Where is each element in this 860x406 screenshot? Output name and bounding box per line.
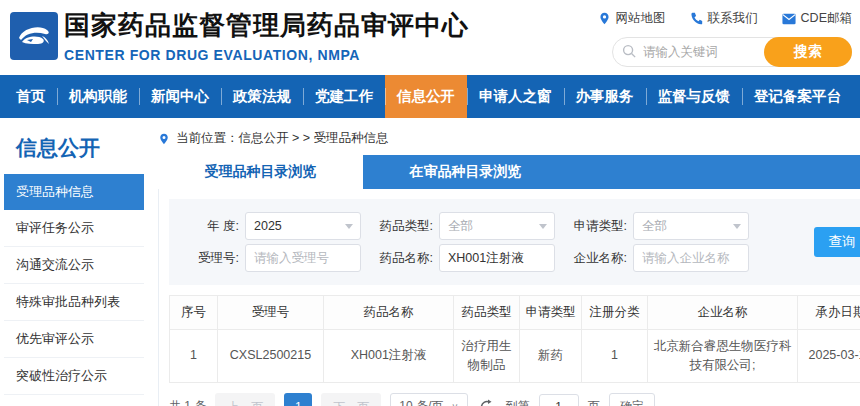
- sidebar-item-accepted-products[interactable]: 受理品种信息: [4, 174, 144, 210]
- location-pin-icon: [598, 12, 611, 25]
- sidebar-item-special-approval[interactable]: 特殊审批品种列表: [4, 284, 144, 321]
- goto-label: 到第: [506, 398, 530, 406]
- refresh-button[interactable]: [479, 399, 495, 406]
- col-header-accept-no: 受理号: [218, 296, 324, 330]
- main-area: 信息公开 受理品种信息 审评任务公示 沟通交流公示 特殊审批品种列表 优先审评公…: [0, 118, 860, 406]
- sidebar-item-breakthrough-therapy[interactable]: 突破性治疗公示: [4, 358, 144, 395]
- swallow-logo-icon: [14, 16, 54, 56]
- mail-icon: [782, 13, 796, 25]
- nav-item-supervision[interactable]: 监督与反馈: [646, 75, 743, 118]
- apply-type-label: 申请类型:: [567, 218, 627, 235]
- sidebar-item-review-tasks[interactable]: 审评任务公示: [4, 210, 144, 247]
- col-header-apply-type: 申请类型: [520, 296, 582, 330]
- cell-reg-class: 1: [582, 330, 648, 383]
- company-input[interactable]: [633, 244, 749, 272]
- search-icon: [622, 44, 637, 59]
- company-label: 企业名称:: [567, 250, 627, 267]
- goto-page-input[interactable]: [539, 394, 579, 406]
- site-search: 搜索: [612, 37, 852, 67]
- cell-accept-no: CXSL2500215: [218, 330, 324, 383]
- chevron-down-icon: [345, 224, 353, 229]
- drug-name-label: 药品名称:: [373, 250, 433, 267]
- sidebar: 信息公开 受理品种信息 审评任务公示 沟通交流公示 特殊审批品种列表 优先审评公…: [4, 128, 144, 406]
- pagination: 共 1 条 上一页 1 下一页 10 条/页 ∨ 到第 页 确定: [169, 393, 860, 406]
- main-nav: 首页 机构职能 新闻中心 政策法规 党建工作 信息公开 申请人之窗 办事服务 监…: [0, 75, 860, 118]
- cell-apply-type: 新药: [520, 330, 582, 383]
- filter-panel: 年 度: 2025 药品类型: 全部 申请类: [169, 199, 860, 285]
- site-title-en: CENTER FOR DRUG EVALUATION, NMPA: [64, 47, 469, 63]
- sitemap-link[interactable]: 网站地图: [598, 10, 666, 27]
- results-table: 序号 受理号 药品名称 药品类型 申请类型 注册分类 企业名称 承办日期 1 C…: [169, 295, 860, 383]
- total-count: 共 1 条: [169, 398, 206, 406]
- cell-seq: 1: [170, 330, 218, 383]
- col-header-drug-name: 药品名称: [324, 296, 454, 330]
- col-header-seq: 序号: [170, 296, 218, 330]
- table-header-row: 序号 受理号 药品名称 药品类型 申请类型 注册分类 企业名称 承办日期: [170, 296, 860, 330]
- tab-accepted-catalog[interactable]: 受理品种目录浏览: [158, 155, 363, 189]
- cell-company: 北京新合睿恩生物医疗科技有限公司;: [648, 330, 798, 383]
- cell-drug-name: XH001注射液: [324, 330, 454, 383]
- drug-type-label: 药品类型:: [373, 218, 433, 235]
- cell-date: 2025-03-10: [798, 330, 860, 383]
- nav-item-functions[interactable]: 机构职能: [57, 75, 139, 118]
- col-header-date: 承办日期: [798, 296, 860, 330]
- chevron-down-icon: [539, 224, 547, 229]
- nav-item-registration-platform[interactable]: 登记备案平台: [742, 75, 853, 118]
- nav-item-party[interactable]: 党建工作: [303, 75, 385, 118]
- breadcrumb: 当前位置：信息公开 > > 受理品种信息: [158, 130, 860, 147]
- search-button[interactable]: 搜索: [764, 37, 852, 67]
- tab-bar: 受理品种目录浏览 在审品种目录浏览: [158, 155, 860, 189]
- location-pin-icon: [158, 133, 170, 145]
- nav-item-home[interactable]: 首页: [4, 75, 57, 118]
- year-select[interactable]: 2025: [245, 212, 361, 240]
- site-title-cn: 国家药品监督管理局药品审评中心: [64, 8, 469, 43]
- refresh-icon: [479, 399, 495, 406]
- page-size-select[interactable]: 10 条/页 ∨: [390, 393, 467, 406]
- sidebar-item-priority-review[interactable]: 优先审评公示: [4, 321, 144, 358]
- nav-item-policy[interactable]: 政策法规: [221, 75, 303, 118]
- accept-no-input[interactable]: [245, 244, 361, 272]
- page-unit-label: 页: [588, 398, 600, 406]
- col-header-company: 企业名称: [648, 296, 798, 330]
- cell-drug-type: 治疗用生物制品: [454, 330, 520, 383]
- accept-no-label: 受理号:: [179, 250, 239, 267]
- apply-type-select[interactable]: 全部: [633, 212, 749, 240]
- chevron-down-icon: ∨: [451, 401, 458, 406]
- contact-us-link[interactable]: 联系我们: [690, 10, 758, 27]
- nav-item-info-disclosure[interactable]: 信息公开: [385, 75, 467, 118]
- nav-item-news[interactable]: 新闻中心: [139, 75, 221, 118]
- breadcrumb-text: 当前位置：信息公开 > > 受理品种信息: [176, 130, 389, 147]
- sidebar-item-communication[interactable]: 沟通交流公示: [4, 247, 144, 284]
- col-header-drug-type: 药品类型: [454, 296, 520, 330]
- header-utility-links: 网站地图 联系我们 CDE邮箱: [592, 10, 852, 27]
- prev-page-button[interactable]: 上一页: [215, 393, 275, 406]
- year-label: 年 度:: [179, 218, 239, 235]
- nav-item-services[interactable]: 办事服务: [564, 75, 646, 118]
- drug-name-input[interactable]: [439, 244, 555, 272]
- nav-item-applicant-window[interactable]: 申请人之窗: [467, 75, 564, 118]
- table-row[interactable]: 1 CXSL2500215 XH001注射液 治疗用生物制品 新药 1 北京新合…: [170, 330, 860, 383]
- phone-icon: [690, 12, 703, 25]
- chevron-down-icon: [733, 224, 741, 229]
- content-card: 年 度: 2025 药品类型: 全部 申请类: [158, 189, 860, 406]
- next-page-button[interactable]: 下一页: [321, 393, 381, 406]
- tab-under-review-catalog[interactable]: 在审品种目录浏览: [363, 155, 568, 189]
- drug-type-select[interactable]: 全部: [439, 212, 555, 240]
- goto-confirm-button[interactable]: 确定: [609, 393, 655, 406]
- cde-mail-link[interactable]: CDE邮箱: [782, 10, 852, 27]
- query-button[interactable]: 查询: [814, 227, 860, 257]
- site-header: 国家药品监督管理局药品审评中心 CENTER FOR DRUG EVALUATI…: [0, 0, 860, 75]
- current-page-button[interactable]: 1: [284, 393, 312, 406]
- sidebar-title: 信息公开: [4, 128, 144, 174]
- content-area: 当前位置：信息公开 > > 受理品种信息 受理品种目录浏览 在审品种目录浏览 年…: [158, 128, 860, 406]
- col-header-reg-class: 注册分类: [582, 296, 648, 330]
- cde-logo: [10, 12, 58, 60]
- sidebar-item-three-in-one[interactable]: 三合一序列公示: [4, 395, 144, 406]
